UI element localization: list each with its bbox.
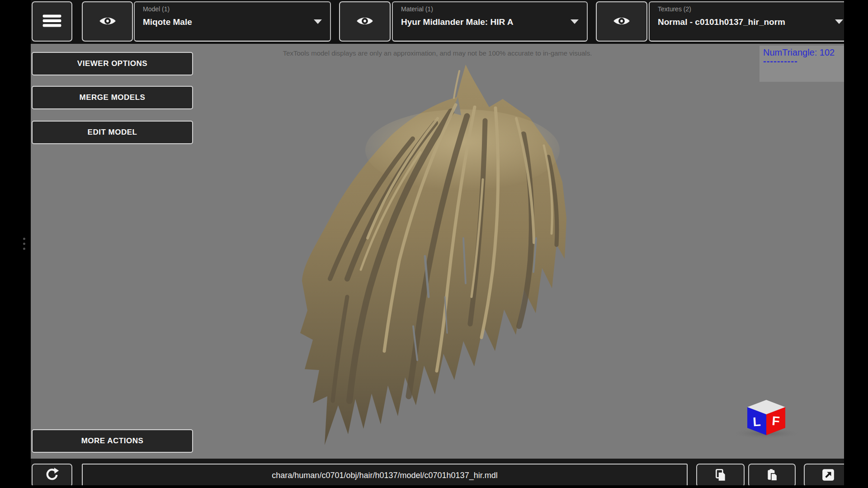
material-dropdown[interactable]: Material (1) Hyur Midlander Male: HIR A — [392, 1, 588, 42]
menu-button[interactable] — [32, 1, 72, 42]
material-dropdown-value: Hyur Midlander Male: HIR A — [401, 17, 513, 27]
chevron-down-icon — [314, 19, 322, 24]
eye-icon — [613, 14, 631, 29]
refresh-button[interactable] — [32, 464, 72, 487]
more-actions-button[interactable]: MORE ACTIONS — [32, 429, 193, 453]
open-external-icon — [821, 468, 835, 483]
textures-dropdown-label: Textures (2) — [658, 5, 691, 13]
letterbox-right — [844, 0, 868, 488]
refresh-icon — [44, 467, 60, 484]
textures-dropdown[interactable]: Textures (2) Normal - c0101h0137_hir_nor… — [649, 1, 852, 42]
textools-model-viewer-window: Model (1) Miqote Male Material (1) Hyur … — [0, 0, 868, 488]
letterbox-bottom — [0, 485, 868, 488]
edit-model-button[interactable]: EDIT MODEL — [32, 121, 193, 144]
model-visibility-toggle[interactable] — [82, 1, 133, 42]
merge-models-label: MERGE MODELS — [80, 93, 146, 102]
merge-models-button[interactable]: MERGE MODELS — [32, 86, 193, 109]
textures-dropdown-value: Normal - c0101h0137_hir_norm — [658, 17, 785, 27]
model-path-field[interactable]: chara/human/c0701/obj/hair/h0137/model/c… — [82, 464, 688, 487]
hamburger-icon — [42, 13, 62, 30]
chevron-down-icon — [835, 19, 843, 24]
material-dropdown-label: Material (1) — [401, 5, 433, 13]
copy-path-button[interactable] — [696, 464, 745, 487]
edit-model-label: EDIT MODEL — [88, 128, 137, 137]
render-stats-overlay: NumTriangle: 102 ---------- — [760, 46, 844, 82]
paste-icon — [766, 468, 778, 483]
model-dropdown-value: Miqote Male — [143, 17, 192, 27]
more-actions-label: MORE ACTIONS — [81, 436, 144, 446]
texture-visibility-toggle[interactable] — [596, 1, 647, 42]
model-dropdown-label: Model (1) — [143, 5, 170, 13]
copy-icon — [714, 468, 727, 483]
model-path-text: chara/human/c0701/obj/hair/h0137/model/c… — [272, 471, 497, 480]
model-dropdown[interactable]: Model (1) Miqote Male — [134, 1, 331, 42]
eye-icon — [356, 14, 374, 29]
eye-icon — [99, 14, 117, 29]
panel-splitter-handle[interactable] — [22, 235, 26, 253]
bottom-path-bar: chara/human/c0701/obj/hair/h0137/model/c… — [0, 459, 868, 488]
stats-divider: ---------- — [763, 58, 844, 64]
material-visibility-toggle[interactable] — [339, 1, 391, 42]
paste-path-button[interactable] — [748, 464, 796, 487]
chevron-down-icon — [571, 19, 579, 24]
viewer-options-button[interactable]: VIEWER OPTIONS — [32, 52, 193, 75]
top-toolbar: Model (1) Miqote Male Material (1) Hyur … — [0, 0, 868, 44]
viewer-options-label: VIEWER OPTIONS — [77, 59, 147, 68]
